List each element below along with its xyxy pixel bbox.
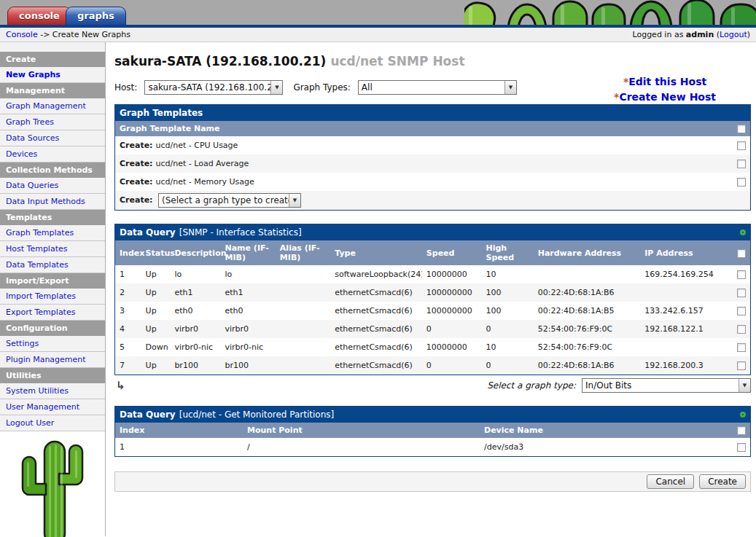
table-row: 7Up br100br100 ethernetCsmacd(6) 00 00:2…	[115, 356, 750, 375]
host-template-subtitle: ucd/net SNMP Host	[330, 54, 464, 68]
table-row: 1 / /dev/sda3	[115, 438, 750, 456]
reload-query-icon[interactable]	[740, 412, 746, 418]
chevron-down-icon: ▼	[504, 81, 516, 94]
cancel-button[interactable]: Cancel	[647, 474, 694, 489]
sidebar-item-import-templates[interactable]: Import Templates	[0, 289, 105, 305]
graph-type-select[interactable]: In/Out Bits ▼	[582, 378, 751, 393]
page-title: sakura-SATA (192.168.100.21)ucd/net SNMP…	[114, 54, 751, 68]
row-checkbox[interactable]	[737, 361, 746, 370]
host-links: *Edit this Host *Create New Host	[614, 74, 716, 105]
session-prefix: Logged in as	[632, 30, 685, 39]
sidebar: Create New Graphs Management Graph Manag…	[0, 42, 106, 536]
sidebar-header-configuration: Configuration	[0, 321, 105, 336]
tab-console[interactable]: console	[7, 7, 71, 25]
host-title: sakura-SATA (192.168.100.21)	[114, 54, 326, 68]
sidebar-item-data-input-methods[interactable]: Data Input Methods	[0, 194, 105, 210]
tab-graphs[interactable]: graphs	[66, 7, 126, 25]
sidebar-item-graph-trees[interactable]: Graph Trees	[0, 114, 105, 130]
host-select[interactable]: sakura-SATA (192.168.100.21) ▼	[144, 80, 283, 95]
row-checkbox[interactable]	[737, 289, 746, 297]
partition-query-section: Data Query [ucd/net - Get Monitored Part…	[114, 406, 751, 457]
row-checkbox[interactable]	[737, 160, 746, 168]
sidebar-item-devices[interactable]: Devices	[0, 146, 105, 162]
chevron-down-icon: ▼	[289, 194, 300, 207]
sidebar-item-export-templates[interactable]: Export Templates	[0, 305, 105, 321]
row-checkbox[interactable]	[737, 270, 746, 279]
sidebar-header-utilities: Utilities	[0, 368, 105, 383]
main-content: *Edit this Host *Create New Host sakura-…	[106, 42, 756, 536]
table-row: 4Up virbr0virbr0 ethernetCsmacd(6) 00 52…	[115, 320, 750, 338]
row-checkbox[interactable]	[737, 141, 746, 150]
logout-link[interactable]: Logout	[720, 30, 747, 39]
sidebar-item-plugin-management[interactable]: Plugin Management	[0, 352, 105, 368]
table-row: 5Down virbr0-nicvirbr0-nic ethernetCsmac…	[115, 338, 750, 356]
session-info: Logged in as admin (Logout)	[632, 30, 750, 39]
sidebar-header-create: Create	[0, 52, 105, 67]
breadcrumb-rest: -> Create New Graphs	[40, 30, 130, 39]
row-checkbox[interactable]	[737, 178, 746, 187]
sidebar-item-data-sources[interactable]: Data Sources	[0, 130, 105, 146]
graph-templates-header: Graph Templates	[115, 105, 750, 121]
sidebar-item-graph-templates[interactable]: Graph Templates	[0, 225, 105, 241]
top-banner: console graphs	[0, 0, 756, 25]
sidebar-header-import-export: Import/Export	[0, 273, 105, 289]
sidebar-item-data-templates[interactable]: Data Templates	[0, 257, 105, 273]
partition-query-header: Data Query [ucd/net - Get Monitored Part…	[115, 407, 750, 423]
sidebar-header-templates: Templates	[0, 210, 105, 225]
sidebar-item-settings[interactable]: Settings	[0, 336, 105, 352]
row-checkbox[interactable]	[737, 443, 746, 452]
graph-types-select[interactable]: All ▼	[358, 80, 517, 95]
branch-arrow-icon: ↳	[116, 379, 125, 392]
host-label: Host:	[114, 82, 137, 93]
reload-query-icon[interactable]	[740, 230, 746, 235]
select-all-checkbox[interactable]	[737, 426, 746, 435]
sidebar-item-system-utilities[interactable]: System Utilities	[0, 383, 105, 399]
sidebar-header-management: Management	[0, 83, 105, 98]
sidebar-item-graph-management[interactable]: Graph Management	[0, 98, 105, 114]
table-row: 1Up lolo softwareLoopback(24) 1000000010…	[115, 265, 750, 283]
row-checkbox[interactable]	[737, 343, 746, 352]
action-bar: Cancel Create	[114, 471, 751, 492]
row-checkbox[interactable]	[737, 325, 746, 334]
graph-type-row: ↳ Select a graph type: In/Out Bits ▼	[114, 378, 751, 393]
sidebar-item-host-templates[interactable]: Host Templates	[0, 241, 105, 257]
select-all-checkbox[interactable]	[737, 249, 746, 258]
sidebar-item-user-management[interactable]: User Management	[0, 399, 105, 415]
table-row: 3Up eth0eth0 ethernetCsmacd(6) 100000000…	[115, 302, 750, 320]
create-host-link[interactable]: Create New Host	[619, 91, 716, 103]
create-button[interactable]: Create	[699, 474, 746, 489]
breadcrumb: Console -> Create New Graphs	[6, 30, 130, 39]
row-checkbox[interactable]	[737, 307, 746, 315]
breadcrumb-console-link[interactable]: Console	[6, 30, 38, 39]
interface-query-header: Data Query [SNMP - Interface Statistics]	[115, 224, 750, 240]
sidebar-item-logout-user[interactable]: Logout User	[0, 415, 105, 431]
graph-type-create-select[interactable]: (Select a graph type to create) ▼	[158, 193, 301, 208]
cactus-logo	[12, 439, 93, 537]
session-user: admin	[686, 30, 714, 39]
breadcrumb-bar: Console -> Create New Graphs Logged in a…	[0, 28, 756, 42]
column-graph-template-name: Graph Template Name	[115, 121, 731, 136]
select-graph-type-label: Select a graph type:	[487, 380, 576, 391]
select-all-checkbox[interactable]	[737, 125, 746, 133]
edit-host-link[interactable]: Edit this Host	[628, 76, 706, 87]
sidebar-header-collection-methods: Collection Methods	[0, 162, 105, 178]
sidebar-item-data-queries[interactable]: Data Queries	[0, 178, 105, 194]
chevron-down-icon: ▼	[270, 81, 282, 94]
interface-query-section: Data Query [SNMP - Interface Statistics]…	[114, 224, 751, 375]
chevron-down-icon: ▼	[739, 379, 750, 392]
graph-templates-section: Graph Templates Graph Template Name Crea…	[114, 104, 751, 211]
table-row: 2Up eth1eth1 ethernetCsmacd(6) 100000000…	[115, 283, 750, 302]
sidebar-item-new-graphs[interactable]: New Graphs	[0, 67, 105, 83]
cacti-logo-banner	[464, 0, 756, 25]
table-row: Create:ucd/net - Load Average	[115, 154, 750, 173]
table-row: Create: (Select a graph type to create) …	[115, 191, 750, 210]
table-row: Create:ucd/net - CPU Usage	[115, 136, 750, 154]
table-row: Create:ucd/net - Memory Usage	[115, 173, 750, 191]
graph-types-label: Graph Types:	[293, 82, 350, 93]
